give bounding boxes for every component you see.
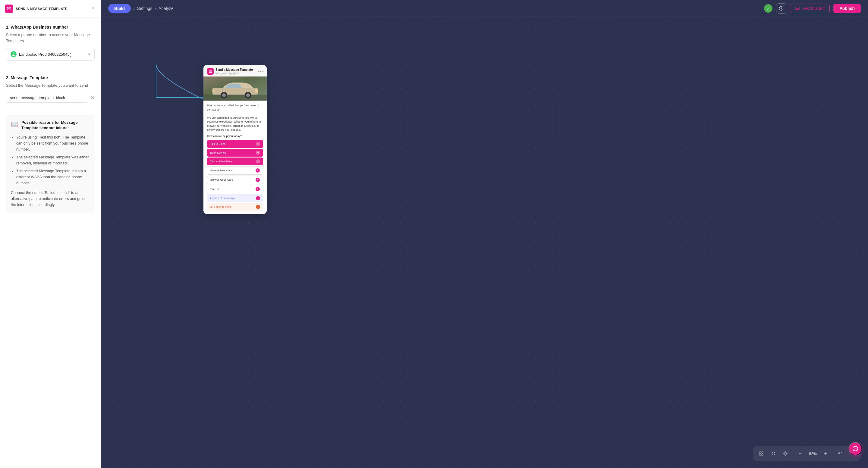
card-image (204, 76, 267, 101)
panel-title: SEND A MESSAGE TEMPLATE (16, 7, 67, 10)
plus-icon-0: + (256, 142, 260, 146)
nav-step-analyze[interactable]: Analyze (158, 6, 174, 11)
refresh-button[interactable] (769, 449, 778, 458)
test-bot-button[interactable]: Test this bot (790, 4, 830, 13)
warning-list: You're using "Test this bot". The Templa… (11, 134, 90, 186)
nav-steps: Build › Settings › Analyze (108, 4, 174, 13)
template-input[interactable] (6, 93, 88, 103)
nav-step-build[interactable]: Build (108, 4, 131, 13)
toolbar-divider-1 (793, 450, 793, 457)
template-input-row: ✕ (6, 93, 95, 103)
card-failed-to-send[interactable]: ⚠ Failed to send + (207, 203, 263, 211)
fit-screen-button[interactable] (756, 449, 766, 458)
plus-icon-2: + (256, 159, 260, 164)
chat-fab-button[interactable] (849, 442, 862, 455)
publish-button[interactable]: Publish (833, 4, 861, 13)
svg-point-4 (797, 8, 798, 8)
canvas: Send a Message Template send_message_tem… (101, 17, 868, 468)
bot-card: Send a Message Template send_message_tem… (204, 65, 267, 214)
svg-point-21 (784, 452, 786, 455)
warning-item-2: The selected Message Template was either… (16, 154, 90, 166)
warning-item-1: You're using "Test this bot". The Templa… (16, 134, 90, 153)
chevron-down-icon: ▾ (88, 52, 90, 56)
card-button-talk-aftersales[interactable]: Talk to After-Sales + (207, 158, 263, 165)
plus-icon-3: + (255, 168, 260, 173)
svg-rect-20 (762, 454, 763, 455)
section2-title: 2. Message Template (6, 75, 95, 80)
close-panel-button[interactable]: × (90, 4, 96, 13)
info-icon: ℹ (210, 196, 211, 200)
card-button-browse-used[interactable]: Browse Used Cars + (207, 175, 263, 184)
card-button-browse-new[interactable]: Browse New Cars + (207, 166, 263, 175)
svg-point-3 (796, 8, 797, 8)
left-panel: SEND A MESSAGE TEMPLATE × 1. WhatsApp Bu… (0, 0, 101, 468)
top-nav: Build › Settings › Analyze ✓ Test this b… (101, 0, 868, 17)
card-question: How can we help you today? (207, 135, 263, 138)
svg-rect-15 (255, 90, 258, 92)
svg-point-14 (246, 93, 250, 97)
svg-point-5 (798, 8, 798, 8)
zoom-in-button[interactable]: + (821, 449, 830, 458)
card-body: Hi {{1}}, we are thrilled that you've ch… (204, 101, 267, 214)
zoom-out-button[interactable]: − (795, 449, 805, 458)
card-menu-icon[interactable]: ••• (258, 69, 263, 74)
status-check-icon: ✓ (764, 4, 772, 13)
svg-rect-19 (760, 454, 761, 455)
svg-point-12 (222, 93, 226, 97)
card-title: Send a Message Template (216, 68, 253, 72)
warning-title: Possible reasons for Message Template se… (22, 120, 90, 131)
plus-icon-1: + (256, 151, 260, 155)
crosshair-button[interactable] (781, 449, 790, 458)
card-header-left: Send a Message Template send_message_tem… (207, 68, 253, 75)
nav-arrow-1: › (133, 6, 135, 11)
panel-header: SEND A MESSAGE TEMPLATE × (0, 0, 101, 18)
whatsapp-icon (10, 51, 17, 57)
panel-icon (5, 4, 13, 13)
undo-button[interactable] (835, 449, 845, 458)
zoom-level: 82% (807, 452, 818, 456)
phone-selector-dropdown[interactable]: Landbot.io Prod 3460225045( ▾ (6, 48, 95, 61)
warning-icon: ⚠ (210, 205, 213, 208)
nav-arrow-2: › (155, 6, 156, 11)
section2-desc: Select the Message Template you want to … (6, 82, 95, 89)
card-button-call-us[interactable]: Call us! + (207, 185, 263, 193)
card-subtitle: send_message_temp (216, 72, 253, 75)
test-bot-label: Test this bot (802, 6, 825, 11)
card-header: Send a Message Template send_message_tem… (204, 65, 267, 76)
card-none-of-above[interactable]: ℹ None of the above + (207, 194, 263, 202)
bottom-toolbar: − 82% + (753, 446, 861, 461)
plus-icon-5: + (255, 187, 260, 191)
card-button-book-service[interactable]: Book Service + (207, 149, 263, 157)
clear-template-button[interactable]: ✕ (91, 95, 95, 101)
whatsapp-section: 1. WhatsApp Business number Select a pho… (0, 18, 101, 68)
toolbar-divider-2 (833, 450, 833, 457)
plus-icon-none: + (256, 196, 260, 200)
card-icon (207, 68, 214, 75)
panel-header-left: SEND A MESSAGE TEMPLATE (5, 4, 67, 13)
warning-footer: Connect the output "Failed to send" to a… (11, 190, 90, 208)
svg-rect-9 (204, 95, 267, 101)
phone-value: Landbot.io Prod 3460225045( (19, 52, 86, 57)
warning-box: 📖 Possible reasons for Message Template … (6, 115, 95, 212)
nav-right: ✓ Test this bot Publish (764, 3, 861, 13)
svg-rect-18 (762, 452, 763, 453)
history-button[interactable] (776, 3, 786, 13)
card-button-talk-sales[interactable]: Talk to Sales + (207, 140, 263, 148)
nav-step-settings[interactable]: Settings (137, 6, 153, 11)
warning-item-3: The selected Message Template is from a … (16, 168, 90, 186)
book-icon: 📖 (11, 121, 19, 128)
section1-desc: Select a phone number to access your Mes… (6, 32, 95, 44)
plus-icon-failed: + (256, 205, 260, 209)
svg-rect-17 (760, 452, 761, 453)
section1-title: 1. WhatsApp Business number (6, 25, 95, 30)
svg-rect-16 (212, 90, 215, 92)
template-section: 2. Message Template Select the Message T… (0, 68, 101, 110)
card-message-text: Hi {{1}}, we are thrilled that you've ch… (207, 104, 263, 132)
plus-icon-4: + (255, 178, 260, 182)
warning-header: 📖 Possible reasons for Message Template … (11, 120, 90, 131)
